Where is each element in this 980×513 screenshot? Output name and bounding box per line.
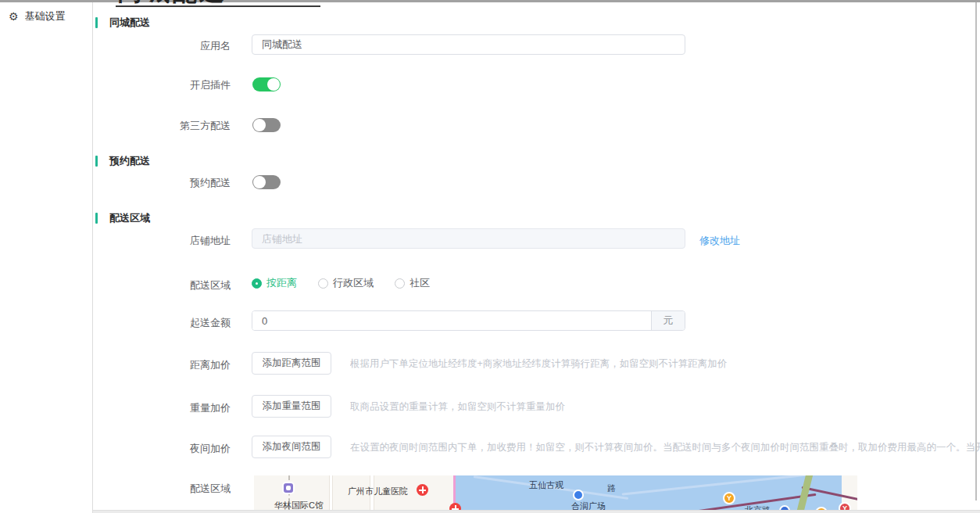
- venue-icon: [282, 482, 295, 494]
- min-amount-label: 起送金额: [93, 316, 231, 330]
- radio-label: 按距离: [266, 276, 297, 290]
- map-station-marker: Y: [723, 492, 735, 504]
- third-party-toggle[interactable]: [252, 118, 281, 132]
- min-amount-unit: 元: [651, 311, 685, 330]
- toggle-knob: [267, 78, 280, 91]
- gear-icon: ⚙: [9, 11, 19, 22]
- third-party-label: 第三方配送: [93, 119, 231, 133]
- section-reserve-delivery: 预约配送: [95, 154, 150, 168]
- min-amount-input[interactable]: [252, 311, 651, 330]
- section-title: 同城配送: [109, 16, 150, 30]
- radio-dot-icon: [318, 278, 328, 289]
- page-title: 同城配送: [117, 0, 227, 4]
- section-bar: [95, 156, 98, 167]
- map-label-wuxian: 五仙古观: [529, 479, 563, 491]
- map-area-label: 配送区域: [93, 482, 231, 496]
- radio-community[interactable]: 社区: [395, 276, 430, 290]
- weight-surcharge-hint: 取商品设置的重量计算，如留空则不计算重量加价: [350, 400, 980, 414]
- modify-address-link[interactable]: 修改地址: [699, 234, 740, 248]
- radio-label: 行政区域: [333, 276, 374, 290]
- section-delivery-area: 配送区域: [95, 211, 150, 225]
- radio-admin-region[interactable]: 行政区域: [318, 276, 374, 290]
- delivery-area-map[interactable]: 广州市儿童医院 华林国际C馆 五仙古观 路 合润广场 Y 北京路 Y Y: [254, 475, 857, 511]
- reserve-label: 预约配送: [93, 176, 231, 190]
- hospital-cross-icon: [417, 484, 428, 496]
- app-name-label: 应用名: [93, 39, 231, 53]
- radio-label: 社区: [410, 276, 430, 290]
- store-address-input[interactable]: [252, 228, 685, 249]
- radio-dot-icon: [252, 278, 262, 289]
- delivery-area-mode-radios: 按距离 行政区域 社区: [252, 276, 430, 290]
- sidebar-item-basic-settings[interactable]: ⚙ 基础设置: [0, 2, 92, 30]
- radio-by-distance[interactable]: 按距离: [252, 276, 297, 290]
- night-surcharge-hint: 在设置的夜间时间范围内下单，加收费用！如留空，则不计算夜间加价。当配送时间与多个…: [350, 441, 980, 454]
- sidebar-item-label: 基础设置: [25, 9, 66, 23]
- map-info-icon: [573, 490, 584, 500]
- store-address-label: 店铺地址: [93, 234, 231, 248]
- night-surcharge-label: 夜间加价: [93, 442, 231, 456]
- plugin-enabled-label: 开启插件: [93, 78, 231, 92]
- radio-dot-icon: [395, 278, 405, 289]
- distance-surcharge-hint: 根据用户下单定位地址经纬度+商家地址经纬度计算骑行距离，如留空则不计算距离加价: [350, 357, 980, 371]
- add-distance-range-button[interactable]: 添加距离范围: [252, 352, 331, 375]
- delivery-area-mode-label: 配送区域: [93, 278, 231, 292]
- min-amount-group: 元: [252, 310, 685, 331]
- content-right-border: [975, 2, 977, 500]
- map-label-hualin: 华林国际C馆: [274, 500, 324, 511]
- section-bar: [95, 17, 98, 28]
- map-label-road: 路: [607, 483, 616, 494]
- map-label-hospital: 广州市儿童医院: [348, 486, 408, 497]
- page-title-underline: [116, 5, 320, 7]
- settings-panel: 同城配送 同城配送 应用名 开启插件 第三方配送 预约配送 预约配送 配送区域 …: [93, 0, 980, 513]
- distance-surcharge-label: 距离加价: [93, 358, 231, 372]
- city-delivery-settings-page: { "header": { "title": "同城配送" }, "sideba…: [0, 0, 980, 513]
- plugin-enabled-toggle[interactable]: [252, 77, 281, 91]
- section-local-delivery: 同城配送: [95, 16, 150, 30]
- app-name-input[interactable]: [252, 34, 685, 55]
- section-bar: [95, 213, 98, 224]
- add-night-range-button[interactable]: 添加夜间范围: [252, 436, 331, 458]
- toggle-knob: [253, 119, 266, 131]
- section-title: 配送区域: [109, 211, 150, 225]
- horizontal-scrollbar-track[interactable]: [93, 510, 980, 513]
- sidebar: ⚙ 基础设置: [0, 2, 93, 513]
- map-street: [329, 475, 333, 511]
- reserve-toggle[interactable]: [252, 175, 281, 189]
- weight-surcharge-label: 重量加价: [93, 401, 231, 415]
- toggle-knob: [253, 176, 266, 188]
- section-title: 预约配送: [109, 154, 150, 168]
- add-weight-range-button[interactable]: 添加重量范围: [252, 395, 331, 418]
